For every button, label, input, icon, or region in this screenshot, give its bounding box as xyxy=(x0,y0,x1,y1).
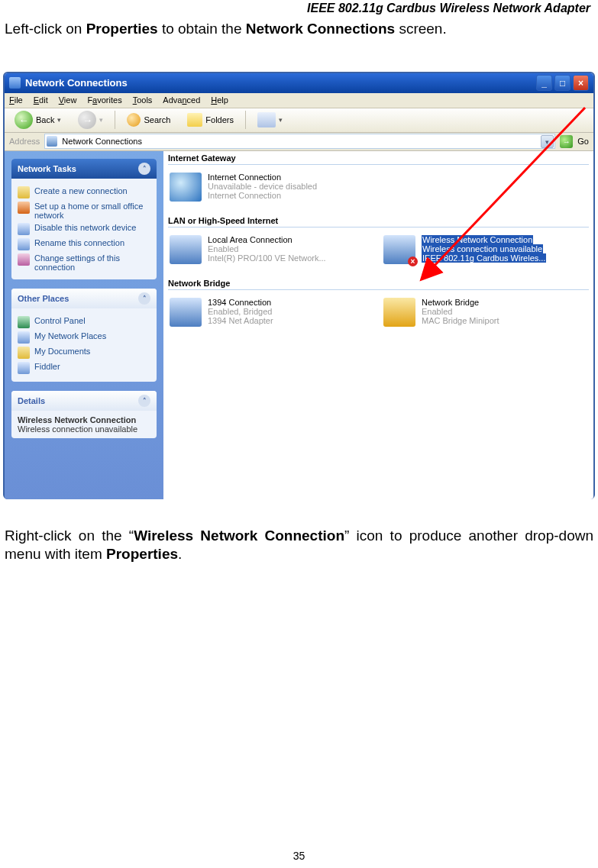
unavailable-badge-icon: × xyxy=(408,257,418,266)
task-disable-device[interactable]: Disable this network device xyxy=(18,223,150,235)
menu-tools[interactable]: Tools xyxy=(133,95,153,105)
screenshot-figure: Network Connections _ □ × File Edit View… xyxy=(3,72,595,499)
connection-device: 1394 Net Adapter xyxy=(208,316,273,325)
address-input[interactable] xyxy=(44,134,555,149)
place-label: My Documents xyxy=(34,347,90,356)
text: to obtain the xyxy=(158,21,246,37)
folder-icon xyxy=(18,362,30,374)
collapse-icon[interactable]: ˄ xyxy=(138,163,150,175)
place-my-documents[interactable]: My Documents xyxy=(18,347,150,359)
connection-lan[interactable]: Local Area Connection Enabled Intel(R) P… xyxy=(168,234,374,266)
address-label: Address xyxy=(9,137,40,146)
forward-icon: → xyxy=(78,111,96,129)
page-number: 35 xyxy=(0,850,598,862)
connection-status: Enabled xyxy=(422,307,499,316)
text: Right-click on the “ xyxy=(5,528,134,544)
connection-status: Wireless connection unavailable xyxy=(422,244,543,253)
address-icon xyxy=(47,136,57,147)
address-bar: Address ▾ → Go xyxy=(5,133,593,151)
group-divider xyxy=(168,164,589,165)
panel-details: Details ˄ Wireless Network Connection Wi… xyxy=(11,391,157,438)
network-places-icon xyxy=(18,331,30,344)
group-internet-gateway: Internet Gateway xyxy=(163,151,593,164)
connection-device: Intel(R) PRO/100 VE Network... xyxy=(208,253,326,263)
settings-icon xyxy=(18,253,30,266)
task-label: Create a new connection xyxy=(34,186,128,195)
dropdown-icon[interactable]: ▾ xyxy=(279,116,283,124)
menu-edit[interactable]: Edit xyxy=(34,95,48,105)
maximize-button[interactable]: □ xyxy=(554,75,571,91)
panel-network-tasks: Network Tasks ˄ Create a new connection … xyxy=(11,159,157,279)
connection-status: Enabled xyxy=(208,244,326,253)
place-label: Control Panel xyxy=(34,316,86,325)
connection-name: Network Bridge xyxy=(422,298,499,307)
menu-view[interactable]: View xyxy=(59,95,77,105)
control-panel-icon xyxy=(18,316,30,328)
views-button[interactable]: ▾ xyxy=(252,110,288,130)
rename-icon xyxy=(18,238,30,250)
search-label: Search xyxy=(144,115,170,124)
menu-file[interactable]: File xyxy=(9,95,23,105)
separator xyxy=(115,111,115,129)
connection-1394[interactable]: 1394 Connection Enabled, Bridged 1394 Ne… xyxy=(168,296,374,328)
disable-icon xyxy=(18,223,30,235)
content-pane: Internet Gateway Internet Connection Una… xyxy=(163,151,593,499)
connection-device: Internet Connection xyxy=(208,191,317,200)
task-rename[interactable]: Rename this connection xyxy=(18,238,150,250)
window-titlebar: Network Connections _ □ × xyxy=(5,73,593,93)
collapse-icon[interactable]: ˄ xyxy=(138,292,150,305)
menu-help[interactable]: Help xyxy=(211,95,228,105)
place-label: My Network Places xyxy=(34,331,106,340)
globe-icon xyxy=(170,173,202,202)
connection-device: IEEE 802.11g Cardbus Wireles... xyxy=(422,253,546,263)
folders-button[interactable]: Folders xyxy=(182,111,239,129)
text-bold: Network Connections xyxy=(246,21,395,37)
toolbar: ← Back ▾ → ▾ Search Folders ▾ xyxy=(5,108,593,133)
bridge-icon xyxy=(383,298,415,327)
text-bold: Properties xyxy=(86,21,158,37)
folders-label: Folders xyxy=(205,115,234,124)
menu-advanced[interactable]: Advanced xyxy=(163,95,200,105)
address-dropdown-icon[interactable]: ▾ xyxy=(541,135,554,148)
task-create-connection[interactable]: Create a new connection xyxy=(18,186,150,198)
connection-wireless[interactable]: × Wireless Network Connection Wireless c… xyxy=(382,234,588,266)
dropdown-icon[interactable]: ▾ xyxy=(99,116,103,124)
task-change-settings[interactable]: Change settings of this connection xyxy=(18,253,150,272)
dropdown-icon[interactable]: ▾ xyxy=(57,116,61,124)
task-label: Disable this network device xyxy=(34,223,136,232)
connection-internet[interactable]: Internet Connection Unavailable - device… xyxy=(168,171,374,203)
task-setup-network[interactable]: Set up a home or small office network xyxy=(18,202,150,220)
panel-other-places: Other Places ˄ Control Panel My Network … xyxy=(11,289,157,382)
connection-bridge[interactable]: Network Bridge Enabled MAC Bridge Minipo… xyxy=(382,296,588,328)
text-bold: Properties xyxy=(106,546,178,562)
back-button[interactable]: ← Back ▾ xyxy=(9,108,66,131)
place-network-places[interactable]: My Network Places xyxy=(18,331,150,344)
forward-button[interactable]: → ▾ xyxy=(73,108,108,131)
text: Left-click on xyxy=(5,21,86,37)
place-control-panel[interactable]: Control Panel xyxy=(18,316,150,328)
place-fiddler[interactable]: Fiddler xyxy=(18,362,150,374)
wireless-icon: × xyxy=(383,235,415,264)
menu-favorites[interactable]: Favorites xyxy=(87,95,121,105)
details-status: Wireless connection unavailable xyxy=(18,424,150,434)
connection-name: Internet Connection xyxy=(208,173,317,182)
views-icon xyxy=(257,112,276,127)
home-icon xyxy=(18,202,30,214)
window-icon xyxy=(9,77,21,89)
text: . xyxy=(178,546,182,562)
go-label[interactable]: Go xyxy=(577,137,589,146)
sidebar: Network Tasks ˄ Create a new connection … xyxy=(5,151,163,499)
minimize-button[interactable]: _ xyxy=(536,75,552,91)
go-icon[interactable]: → xyxy=(560,135,573,148)
search-button[interactable]: Search xyxy=(121,111,176,129)
separator xyxy=(245,111,246,129)
collapse-icon[interactable]: ˄ xyxy=(138,395,150,407)
back-icon: ← xyxy=(15,111,33,129)
group-bridge: Network Bridge xyxy=(163,276,593,289)
firewire-icon xyxy=(170,298,202,327)
search-icon xyxy=(127,113,141,127)
connection-name: Local Area Connection xyxy=(208,235,326,244)
document-header: IEEE 802.11g Cardbus Wireless Network Ad… xyxy=(3,2,590,15)
close-button[interactable]: × xyxy=(573,75,589,91)
folders-icon xyxy=(187,113,202,127)
